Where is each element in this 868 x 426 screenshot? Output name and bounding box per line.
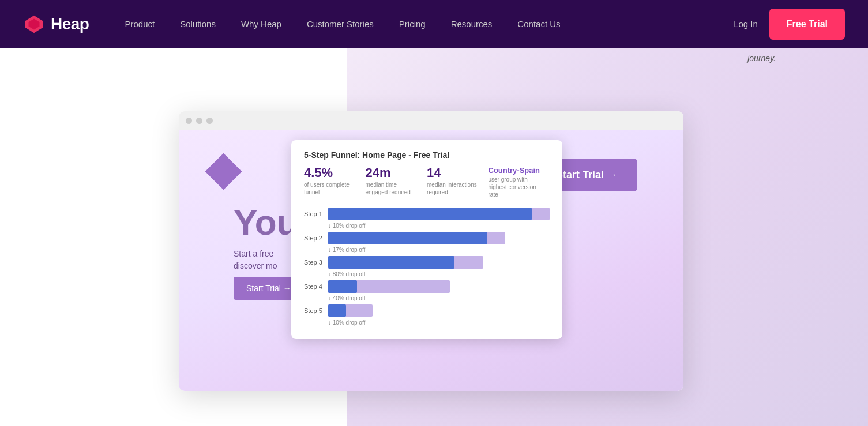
browser-dot-1 [186,118,192,124]
browser-content: You Start a free discover mo Start Trial… [179,130,683,391]
step2-bar [328,232,550,244]
funnel-title: 5-Step Funnel: Home Page - Free Trial [304,150,550,160]
browser-dot-3 [206,118,213,124]
time-value: 24m [366,167,420,179]
step4-dropoff-text: ↓ 40% drop off [328,295,365,301]
step5-dropoff-text: ↓ 10% drop off [328,319,365,326]
conversion-label: of users complete funnel [304,181,359,196]
funnel-stat-time: 24m median time engaged required [366,167,427,198]
step2-dropoff: ↓ 17% drop off [304,247,550,253]
funnel-card: 5-Step Funnel: Home Page - Free Trial 4.… [291,140,562,339]
nav-solutions[interactable]: Solutions [167,0,228,48]
step3-label: Step 3 [304,259,328,266]
funnel-stat-interactions: 14 median interactions required [427,167,489,198]
hero-subtitle-line1: Start a free [234,249,273,258]
logo[interactable]: Heap [23,13,89,35]
time-label: median time engaged required [366,181,420,196]
funnel-stats: 4.5% of users complete funnel 24m median… [304,167,550,198]
main-content: journey. You Start a free discover mo St… [0,48,868,426]
heap-logo-icon [23,13,45,35]
navbar: Heap Product Solutions Why Heap Customer… [0,0,868,48]
step5-bar-fg [328,304,346,317]
step4-bar-fg [328,280,357,293]
chart-row-3: Step 3 [304,256,550,269]
interactions-value: 14 [427,167,482,179]
step2-bar-fg [328,232,487,244]
step5-bar [328,304,550,317]
chart-row-5: Step 5 [304,304,550,317]
step3-dropoff-text: ↓ 80% drop off [328,271,365,277]
step4-bar [328,280,550,293]
chart-row-2: Step 2 [304,232,550,244]
login-link[interactable]: Log In [734,19,758,29]
chart-row-1: Step 1 [304,208,550,220]
funnel-chart: Step 1 ↓ 10% drop off Step 2 [304,208,550,326]
step1-label: Step 1 [304,210,328,217]
step1-dropoff: ↓ 10% drop off [304,223,550,229]
step4-label: Step 4 [304,283,328,290]
logo-text: Heap [51,15,89,33]
hero-subtitle-line2: discover mo [234,261,277,270]
step4-dropoff: ↓ 40% drop off [304,295,550,301]
nav-product[interactable]: Product [112,0,167,48]
step1-dropoff-text: ↓ 10% drop off [328,223,365,229]
country-label: user group with highest conversion rate [489,176,543,198]
chart-row-4: Step 4 [304,280,550,293]
navbar-right: Log In Free Trial [734,9,845,40]
free-trial-button[interactable]: Free Trial [769,9,845,40]
nav-contact-us[interactable]: Contact Us [505,0,573,48]
step3-bar-fg [328,256,454,269]
browser-window: You Start a free discover mo Start Trial… [179,111,683,391]
browser-dot-2 [196,118,202,124]
step5-label: Step 5 [304,307,328,314]
hero-you-text: You [234,202,299,243]
nav-why-heap[interactable]: Why Heap [228,0,294,48]
step2-dropoff-text: ↓ 17% drop off [328,247,365,253]
interactions-label: median interactions required [427,181,482,196]
nav-links: Product Solutions Why Heap Customer Stor… [112,0,734,48]
nav-customer-stories[interactable]: Customer Stories [294,0,386,48]
browser-bar [179,111,683,130]
nav-resources[interactable]: Resources [438,0,505,48]
step3-bar [328,256,550,269]
funnel-stat-country: Country-Spain user group with highest co… [489,167,550,198]
step5-dropoff: ↓ 10% drop off [304,319,550,326]
conversion-value: 4.5% [304,167,359,179]
step1-bar-fg [328,208,532,220]
step1-bar [328,208,550,220]
nav-pricing[interactable]: Pricing [386,0,438,48]
funnel-stat-conversion: 4.5% of users complete funnel [304,167,366,198]
corner-text: journey. [747,54,776,63]
country-value: Country-Spain [489,167,543,174]
step2-label: Step 2 [304,235,328,242]
step3-dropoff: ↓ 80% drop off [304,271,550,277]
diamond-decoration [205,153,242,190]
